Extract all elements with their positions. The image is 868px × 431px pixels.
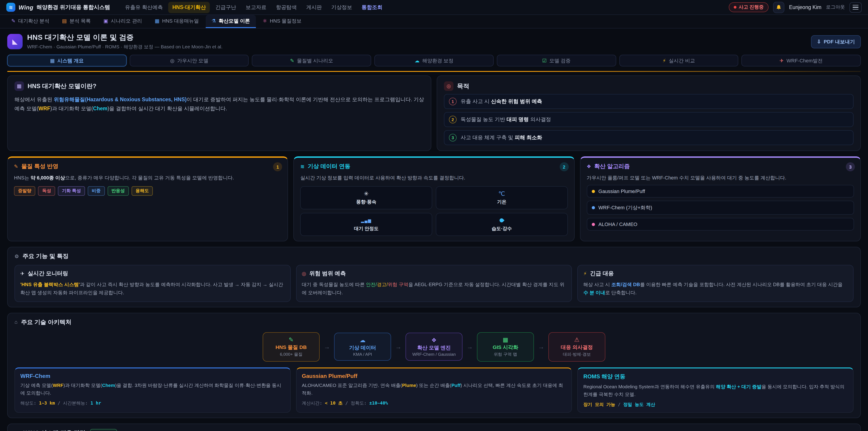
bullet-icon	[592, 190, 595, 193]
flow-model-engine: ❖ 확산 모델 엔진 WRF-Chem / Gaussian	[405, 333, 463, 361]
notification-bell-icon[interactable]	[773, 2, 784, 13]
algo-gaussian: Gaussian Plume/Puff	[587, 185, 854, 198]
arrow-icon: →	[467, 343, 473, 350]
arrow-icon: →	[395, 343, 401, 350]
pillar-title: 기상 데이터 연동	[308, 163, 350, 171]
cloud-icon: ☁	[340, 337, 385, 344]
menu-icon[interactable]	[849, 2, 862, 12]
logout-link[interactable]: 로그아웃	[826, 4, 845, 10]
nav-item-emergency-rescue[interactable]: 긴급구난	[211, 2, 240, 13]
feature-realtime-monitoring: ✈ 실시간 모니터링 'HNS 유출 블랙박스 시스템'과 같이 사고 즉시 확…	[14, 265, 290, 302]
feature-title: 실시간 모니터링	[28, 270, 68, 278]
tab-wrf-chem-evolution[interactable]: ✈ WRF-Chem발전	[742, 55, 861, 66]
model-icon: ▦	[14, 81, 24, 91]
nav-item-hns-air-diffusion[interactable]: HNS·대기확산	[168, 2, 210, 13]
flow-title: HNS 물질 DB	[269, 344, 314, 351]
nav-item-aerial-search[interactable]: 항공탐색	[272, 2, 301, 13]
tab-label: 물질별 시나리오	[297, 57, 333, 64]
current-implementation-badge: 현재 구현	[90, 429, 117, 431]
wind-icon: ≋	[301, 164, 305, 169]
flow-subtitle: KMA / API	[340, 352, 385, 357]
pdf-export-button[interactable]: ⇩ PDF 내보내기	[811, 35, 861, 48]
wx-humidity: 습도·강수	[436, 213, 567, 236]
subnav-hns-substance-info[interactable]: ⚛ HNS 물질정보	[257, 15, 307, 28]
engine-icon: ❖	[411, 337, 457, 344]
pillar-number: 2	[559, 162, 568, 171]
top-navigation: ≋ Wing 해양환경 위기대응 통합시스템 유출유 확산예측 HNS·대기확산…	[0, 0, 868, 15]
subnav-label: 시나리오 관리	[111, 18, 142, 24]
wing-logo-icon: ≋	[6, 3, 16, 12]
pillar-title-row: ≋ 기상 데이터 연동	[301, 163, 568, 171]
algo-label: Gaussian Plume/Puff	[598, 189, 645, 194]
step-number: 3	[449, 134, 457, 142]
flow-subtitle: 대피·방제·경보	[554, 352, 599, 358]
tab-label: 가우시안 모델	[177, 57, 209, 64]
pillar-title-row: ❖ 확산 알고리즘	[587, 163, 854, 171]
feature-risk-range-prediction: ◎ 위험 범위 예측 대기 중 독성물질 농도에 따른 안전/경고/위험 구역을…	[296, 265, 572, 302]
model-cards: WRF-Chem 기상 예측 모델(WRF)과 대기화학 모델(Chem)을 결…	[14, 368, 854, 412]
pdf-export-icon: ⇩	[817, 39, 821, 44]
flow-decision: ⚠ 대응 의사결정 대피·방제·경보	[548, 332, 605, 362]
subnav-label: 분석 목록	[69, 18, 91, 24]
tab-substance-scenarios[interactable]: ✎ 물질별 시나리오	[252, 55, 371, 66]
rocket-icon: ✈	[780, 58, 784, 63]
section-accent-line	[7, 71, 861, 72]
wx-wind: ✳ 풍향·풍속	[301, 186, 432, 210]
target-icon: ◎	[302, 271, 306, 276]
intro-text: )을 결합하여 실시간 대기 확산을 시뮬레이션합니다.	[107, 106, 227, 112]
algo-label: ALOHA / CAMEO	[598, 222, 637, 227]
tab-model-validation[interactable]: ☑ 모델 검증	[497, 55, 616, 66]
wrf-term: WRF	[38, 106, 50, 112]
purpose-text: 유출 사고 시 신속한 위험 범위 예측	[461, 98, 542, 105]
map-grid-icon: ▦	[483, 336, 528, 343]
model-wrf-chem: WRF-Chem 기상 예측 모델(WRF)과 대기화학 모델(Chem)을 결…	[14, 368, 290, 412]
flow-title: 대응 의사결정	[554, 344, 599, 351]
subnav-diffusion-model-theory[interactable]: ⚗ 확산모델 이론	[206, 15, 256, 28]
pencil-icon: ✎	[11, 19, 16, 24]
thermometer-icon: ℃	[439, 190, 564, 198]
page-title-block: HNS 대기확산 모델 이론 및 검증 WRF-Chem · Gaussian …	[27, 33, 222, 50]
intro-card: ▦ HNS 대기확산 모델이란? 해상에서 유출된 위험유해물질(Hazardo…	[7, 75, 431, 151]
pillar-substance-properties: 1 ✎ 물질 특성 반영 HNS는 약 6,000종 이상으로, 종류가 매우 …	[7, 156, 288, 242]
tab-system-overview[interactable]: ▦ 시스템 개요	[7, 55, 126, 66]
tab-realtime-comparison[interactable]: ⚡ 실시간 비교	[619, 55, 738, 66]
incident-status-label: 사고 진행중	[739, 4, 764, 10]
nav-item-board[interactable]: 게시판	[302, 2, 326, 13]
intro-text: )과 대기화학 모델(	[50, 106, 93, 112]
model-title: ROMS 해양 연동	[583, 373, 848, 380]
list-icon: ▤	[62, 19, 67, 24]
algorithm-icon: ❖	[587, 164, 591, 169]
nav-item-weather-info[interactable]: 기상정보	[327, 2, 356, 13]
architecture-heading: ⌂ 주요 기술 아키텍처	[14, 318, 854, 326]
topnav-right: 사고 진행중 Eunjeong Kim 로그아웃	[729, 2, 862, 13]
nav-item-reports[interactable]: 보고자료	[242, 2, 271, 13]
subnav-air-diffusion-analysis[interactable]: ✎ 대기확산 분석	[5, 15, 55, 28]
pillar-body: 실시간 기상 정보를 입력 데이터로 사용하여 확산 방향과 속도를 결정합니다…	[301, 174, 568, 182]
rocket-icon: ✈	[20, 271, 24, 276]
pdf-export-label: PDF 내보내기	[824, 38, 855, 45]
weather-grid: ✳ 풍향·풍속 ℃ 기온 ▂▄▆ 대기 안정도 습도·강수	[301, 186, 568, 236]
wx-label: 습도·강수	[439, 226, 564, 232]
tag-density: 비중	[88, 186, 105, 196]
wind-icon: ✳	[304, 190, 429, 198]
chem-term: Chem	[93, 106, 107, 112]
pillar-title-row: ✎ 물질 특성 반영	[14, 163, 281, 171]
tab-gaussian-model[interactable]: ◎ 가우시안 모델	[129, 55, 249, 66]
flow-subtitle: 6,000+ 물질	[269, 352, 314, 358]
tab-marine-correction[interactable]: ☁ 해양환경 보정	[374, 55, 493, 66]
step-number: 1	[449, 98, 457, 105]
intro-title-row: ▦ HNS 대기확산 모델이란?	[14, 81, 424, 91]
algo-label: WRF-Chem (기상+화학)	[598, 205, 652, 211]
subnav-analysis-list[interactable]: ▤ 분석 목록	[56, 15, 97, 28]
pillar-body: 가우시안 플룸/퍼프 모델 또는 WRF-Chem 수치 모델을 사용하여 대기…	[587, 174, 854, 182]
bullet-icon	[592, 223, 595, 226]
nav-item-integrated-search[interactable]: 통합조회	[358, 2, 386, 13]
pencil-icon: ✎	[14, 164, 18, 169]
bullet-icon	[592, 206, 595, 210]
subnav-hns-response-manual[interactable]: ▦ HNS 대응매뉴얼	[149, 15, 205, 28]
brand[interactable]: ≋ Wing 해양환경 위기대응 통합시스템	[6, 3, 110, 12]
subnav-scenario-management[interactable]: ▣ 시나리오 관리	[98, 15, 148, 28]
architecture-section: ⌂ 주요 기술 아키텍처 ✎ HNS 물질 DB 6,000+ 물질 → ☁ 기…	[7, 313, 861, 418]
nav-item-oil-spill-prediction[interactable]: 유출유 확산예측	[121, 2, 167, 13]
incident-status-badge[interactable]: 사고 진행중	[729, 2, 769, 12]
